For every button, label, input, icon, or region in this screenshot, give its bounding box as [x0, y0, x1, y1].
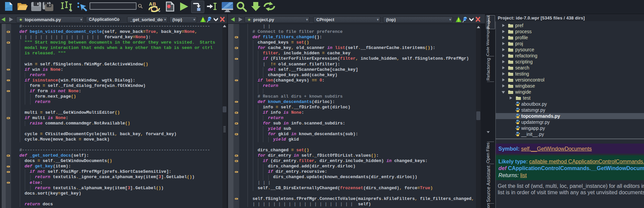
svg-text:A: A — [149, 1, 152, 7]
svg-text:B: B — [153, 1, 156, 7]
